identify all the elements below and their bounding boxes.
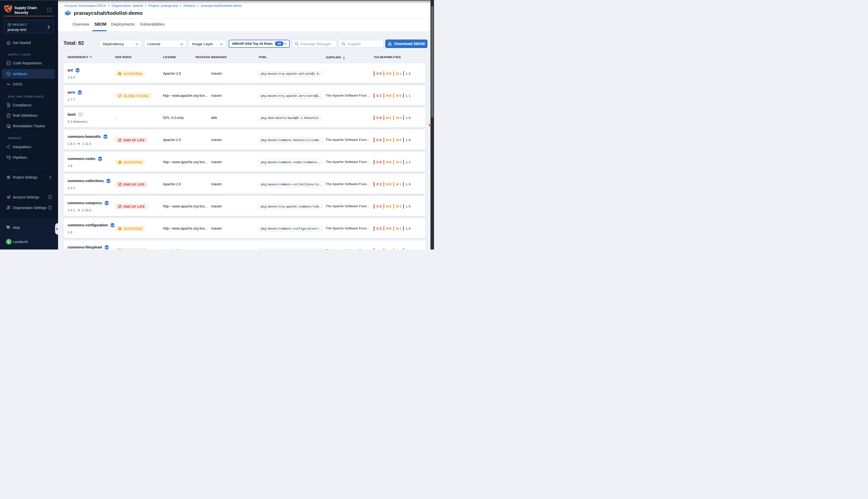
svg-text:?: ? xyxy=(7,226,9,228)
